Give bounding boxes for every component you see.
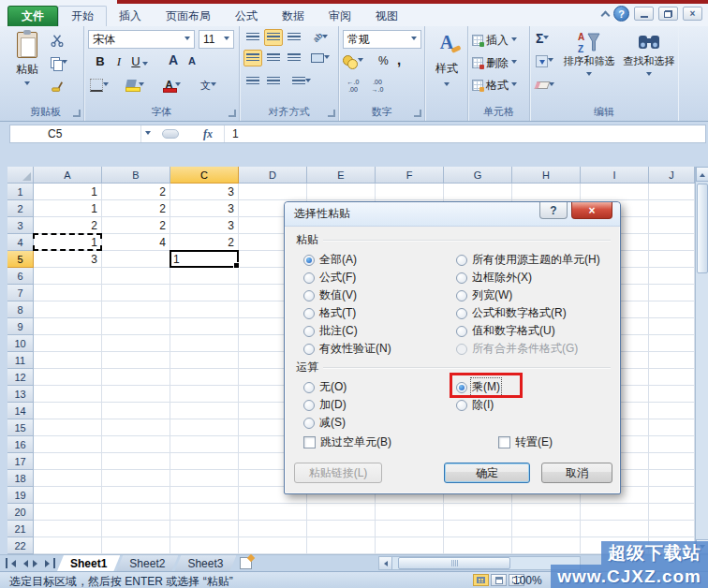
clear-button[interactable]: [536, 77, 554, 94]
cell-G21[interactable]: [444, 521, 512, 537]
cell-J1[interactable]: [649, 184, 695, 200]
row-header-4[interactable]: 4: [7, 234, 34, 251]
cell-J10[interactable]: [649, 335, 695, 352]
column-header-A[interactable]: A: [34, 167, 102, 184]
italic-button[interactable]: I: [111, 54, 127, 71]
radio-formulas-and-number-formats[interactable]: 公式和数字格式(R): [456, 304, 600, 322]
name-box-dropdown[interactable]: [141, 131, 155, 138]
scroll-up-button[interactable]: [696, 167, 708, 182]
cell-B21[interactable]: [102, 521, 170, 537]
tab-data[interactable]: 数据: [270, 6, 317, 26]
cell-J11[interactable]: [649, 352, 695, 369]
cell-B22[interactable]: [102, 537, 170, 554]
format-cells-button[interactable]: 格式: [472, 77, 517, 94]
cell-C13[interactable]: [170, 386, 239, 403]
dialog-help-button[interactable]: ?: [539, 202, 568, 219]
sheet-tab-sheet3[interactable]: Sheet3: [174, 555, 236, 571]
radio-formulas[interactable]: 公式(F): [303, 269, 391, 287]
cell-J16[interactable]: [649, 436, 695, 453]
cell-D21[interactable]: [239, 521, 307, 537]
horizontal-scroll-thumb[interactable]: [398, 557, 510, 569]
column-header-E[interactable]: E: [307, 167, 376, 184]
align-center-button[interactable]: [264, 50, 283, 66]
cell-F22[interactable]: [376, 537, 444, 554]
decrease-indent-button[interactable]: [243, 73, 262, 90]
cell-B7[interactable]: [102, 285, 170, 301]
minimize-button[interactable]: [634, 7, 654, 21]
number-dialog-launcher-icon[interactable]: [414, 110, 421, 117]
cell-C11[interactable]: [170, 352, 239, 369]
dialog-title-bar[interactable]: 选择性粘贴: [285, 202, 620, 227]
radio-all[interactable]: 全部(A): [303, 251, 391, 269]
tab-formulas[interactable]: 公式: [223, 6, 270, 26]
tab-insert[interactable]: 插入: [107, 6, 154, 26]
row-header-16[interactable]: 16: [7, 436, 34, 453]
cell-J6[interactable]: [649, 268, 695, 285]
find-select-button[interactable]: 查找和选择: [620, 30, 678, 103]
collapse-ribbon-icon[interactable]: [601, 10, 611, 20]
formula-input[interactable]: 1: [224, 125, 705, 142]
row-header-2[interactable]: 2: [7, 200, 34, 217]
cell-C9[interactable]: [170, 318, 239, 335]
cell-J9[interactable]: [649, 318, 695, 335]
number-format-combo[interactable]: 常规: [343, 30, 421, 49]
cell-E1[interactable]: [307, 184, 376, 200]
column-header-H[interactable]: H: [512, 167, 581, 184]
row-header-1[interactable]: 1: [7, 184, 34, 200]
last-sheet-button[interactable]: [45, 558, 55, 568]
cell-J4[interactable]: [649, 234, 695, 251]
name-box[interactable]: C5: [10, 125, 141, 142]
cell-F1[interactable]: [376, 184, 444, 200]
cancel-button[interactable]: 取消: [541, 463, 612, 483]
cell-B15[interactable]: [102, 419, 170, 436]
tab-home[interactable]: 开始: [58, 6, 107, 26]
cell-C4[interactable]: 2: [170, 234, 239, 251]
cell-I20[interactable]: [581, 504, 649, 521]
radio-divide[interactable]: 除(I): [456, 396, 500, 414]
first-sheet-button[interactable]: [6, 558, 16, 568]
column-header-B[interactable]: B: [102, 167, 170, 184]
cell-C6[interactable]: [170, 268, 239, 285]
insert-worksheet-button[interactable]: [240, 557, 252, 569]
restore-button[interactable]: [658, 7, 678, 21]
alignment-dialog-launcher-icon[interactable]: [328, 110, 335, 117]
checkbox-skip-blanks[interactable]: 跳过空单元(B): [303, 434, 391, 450]
row-header-3[interactable]: 3: [7, 217, 34, 234]
normal-view-button[interactable]: [473, 574, 489, 586]
fill-color-button[interactable]: [125, 77, 144, 94]
cell-B9[interactable]: [102, 318, 170, 335]
zoom-level[interactable]: 100%: [513, 574, 542, 587]
cell-B1[interactable]: 2: [102, 184, 170, 200]
row-header-21[interactable]: 21: [7, 521, 34, 537]
cell-J12[interactable]: [649, 369, 695, 386]
row-header-12[interactable]: 12: [7, 369, 34, 386]
help-button[interactable]: ?: [613, 6, 629, 22]
comma-style-button[interactable]: ,: [397, 51, 406, 67]
cell-J14[interactable]: [649, 403, 695, 419]
row-header-7[interactable]: 7: [7, 285, 34, 301]
previous-sheet-button[interactable]: [19, 558, 29, 568]
cell-C1[interactable]: 3: [170, 184, 239, 200]
radio-formats[interactable]: 格式(T): [303, 304, 391, 322]
tab-file[interactable]: 文件: [7, 6, 58, 26]
cell-A8[interactable]: [34, 301, 102, 318]
tab-view[interactable]: 视图: [363, 6, 410, 26]
cell-styles-button[interactable]: A 样式: [427, 28, 466, 103]
cell-A1[interactable]: 1: [34, 184, 102, 200]
row-header-13[interactable]: 13: [7, 386, 34, 403]
wrap-text-button[interactable]: [292, 73, 311, 90]
cell-C17[interactable]: [170, 453, 239, 470]
clipboard-dialog-launcher-icon[interactable]: [73, 110, 81, 117]
delete-cells-button[interactable]: 删除: [472, 54, 517, 71]
autosum-button[interactable]: Σ: [536, 30, 554, 47]
cell-C22[interactable]: [170, 537, 239, 554]
insert-cells-button[interactable]: 插入: [472, 32, 517, 49]
row-header-18[interactable]: 18: [7, 470, 34, 487]
cell-A21[interactable]: [34, 521, 102, 537]
font-dialog-launcher-icon[interactable]: [229, 110, 236, 117]
decrease-decimal-button[interactable]: .00 →.0: [367, 79, 388, 96]
cell-J7[interactable]: [649, 285, 695, 301]
vertical-scrollbar[interactable]: [695, 167, 708, 554]
radio-comments[interactable]: 批注(C): [303, 322, 391, 340]
insert-function-button[interactable]: fx: [192, 127, 224, 141]
